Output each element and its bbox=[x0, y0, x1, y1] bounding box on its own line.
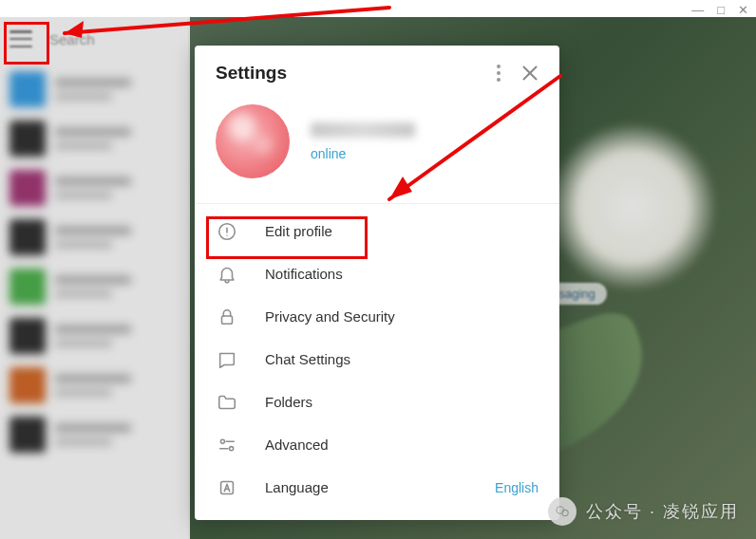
window-maximize[interactable]: □ bbox=[717, 3, 725, 17]
menu-item-folders[interactable]: Folders bbox=[195, 381, 559, 423]
privacy-icon bbox=[216, 306, 238, 328]
svg-point-6 bbox=[230, 446, 234, 450]
notifications-icon bbox=[216, 263, 238, 286]
wechat-icon bbox=[548, 497, 576, 526]
annotation-editprofile-box bbox=[206, 216, 368, 259]
window-controls: — □ ✕ bbox=[691, 3, 748, 17]
chat-settings-icon bbox=[216, 348, 238, 371]
menu-item-label: Chat Settings bbox=[265, 351, 539, 367]
annotation-hamburger-box bbox=[4, 22, 49, 65]
menu-item-value: English bbox=[495, 480, 539, 495]
svg-rect-3 bbox=[222, 316, 233, 324]
menu-item-advanced[interactable]: Advanced bbox=[195, 423, 559, 466]
menu-item-label: Notifications bbox=[265, 266, 539, 282]
settings-title: Settings bbox=[216, 63, 493, 84]
advanced-icon bbox=[216, 434, 238, 456]
menu-item-label: Privacy and Security bbox=[265, 308, 539, 325]
menu-item-privacy[interactable]: Privacy and Security bbox=[195, 295, 559, 338]
avatar[interactable] bbox=[216, 104, 290, 178]
menu-item-label: Advanced bbox=[265, 437, 539, 453]
menu-item-label: Language bbox=[265, 479, 495, 495]
profile-status: online bbox=[311, 146, 415, 161]
watermark-text: 公众号 · 凌锐应用 bbox=[586, 500, 739, 523]
profile-text: online bbox=[311, 122, 415, 161]
svg-point-4 bbox=[220, 439, 224, 443]
window-minimize[interactable]: — bbox=[691, 3, 704, 17]
menu-item-chat-settings[interactable]: Chat Settings bbox=[195, 338, 559, 381]
language-icon bbox=[216, 476, 238, 499]
svg-rect-8 bbox=[221, 481, 234, 493]
menu-item-language[interactable]: LanguageEnglish bbox=[195, 466, 559, 509]
menu-item-label: Folders bbox=[265, 394, 539, 410]
settings-header: Settings bbox=[195, 46, 559, 101]
profile-name-censored bbox=[311, 122, 415, 138]
close-icon[interactable] bbox=[521, 65, 539, 82]
annotation-arrow-editprofile bbox=[0, 0, 21, 21]
watermark: 公众号 · 凌锐应用 bbox=[548, 497, 739, 526]
folders-icon bbox=[216, 391, 238, 414]
kebab-menu-icon[interactable] bbox=[493, 61, 504, 85]
window-close[interactable]: ✕ bbox=[738, 3, 748, 17]
